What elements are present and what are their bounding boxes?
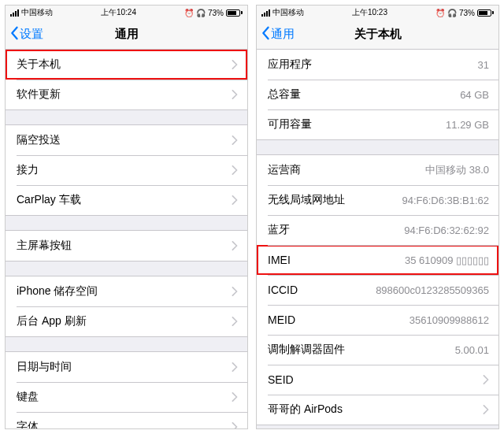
content-general[interactable]: 关于本机软件更新隔空投送接力CarPlay 车载主屏幕按钮iPhone 储存空间…	[6, 50, 247, 428]
chevron-right-icon	[232, 422, 238, 428]
row-value: 94:F6:D6:3B:B1:62	[402, 195, 489, 206]
back-label: 设置	[20, 27, 43, 42]
row-label: 应用程序	[268, 57, 312, 72]
headphone-icon: 🎧	[196, 9, 206, 17]
row-right: 5.00.01	[455, 344, 489, 356]
row-value: 898600c0123285509365	[376, 284, 489, 296]
row-item: 总容量64 GB	[257, 80, 498, 109]
row-item: 可用容量11.29 GB	[257, 109, 498, 139]
content-about[interactable]: 应用程序31总容量64 GB可用容量11.29 GB运营商中国移动 38.0无线…	[257, 50, 498, 428]
row-item[interactable]: 软件更新	[6, 80, 247, 109]
phone-about: 中国移动 上午10:23 ⏰ 🎧 73% 通用 关于本机 应用程序31总容量64…	[256, 5, 499, 429]
row-label: 接力	[17, 163, 39, 177]
row-item: 应用程序31	[257, 50, 498, 80]
row-label: 可用容量	[268, 117, 312, 132]
row-seid[interactable]: SEID	[257, 365, 498, 395]
status-bar: 中国移动 上午10:23 ⏰ 🎧 73%	[257, 6, 498, 20]
chevron-right-icon	[232, 317, 238, 326]
row-right	[227, 241, 238, 250]
settings-group: 运营商中国移动 38.0无线局域网地址94:F6:D6:3B:B1:62蓝牙94…	[257, 154, 498, 425]
settings-group: 关于本机软件更新	[6, 50, 247, 110]
row-right: 11.29 GB	[446, 119, 489, 131]
row-right	[227, 165, 238, 175]
battery-percent: 73%	[459, 9, 475, 17]
nav-bar: 通用 关于本机	[257, 20, 498, 50]
row-right	[227, 135, 238, 145]
row-item[interactable]: 字体	[6, 412, 247, 428]
chevron-right-icon	[232, 392, 238, 402]
row-item[interactable]: 键盘	[6, 382, 247, 412]
row-value: 35 610909 ▯▯▯▯▯▯	[405, 254, 489, 266]
row-iphone[interactable]: iPhone 储存空间	[6, 276, 247, 306]
chevron-right-icon	[483, 375, 489, 384]
row-label: 无线局域网地址	[268, 193, 345, 207]
headphone-icon: 🎧	[447, 9, 457, 17]
row-item[interactable]: 日期与时间	[6, 352, 247, 382]
settings-group: 主屏幕按钮	[6, 230, 247, 262]
row-item[interactable]: 关于本机	[6, 50, 247, 80]
chevron-right-icon	[232, 60, 238, 69]
row-value: 94:F6:D6:32:62:92	[404, 224, 489, 236]
row-right	[227, 90, 238, 99]
row-item[interactable]: 主屏幕按钮	[6, 231, 247, 261]
row-label: CarPlay 车载	[17, 193, 81, 207]
row-item: 无线局域网地址94:F6:D6:3B:B1:62	[257, 185, 498, 215]
row-label: 哥哥的 AirPods	[268, 402, 343, 417]
row-label: ICCID	[268, 284, 298, 296]
row-label: iPhone 储存空间	[17, 284, 98, 299]
row-right	[478, 375, 489, 384]
row-right: 中国移动 38.0	[425, 163, 489, 177]
carrier-label: 中国移动	[272, 7, 304, 18]
row-value: 64 GB	[460, 89, 489, 101]
chevron-right-icon	[232, 241, 238, 250]
row-label: 键盘	[17, 390, 39, 404]
row-right	[478, 405, 489, 414]
back-button[interactable]: 设置	[6, 26, 43, 43]
row-carplay[interactable]: CarPlay 车载	[6, 185, 247, 215]
battery-icon	[477, 9, 494, 17]
row-item: 蓝牙94:F6:D6:32:62:92	[257, 215, 498, 245]
status-right: ⏰ 🎧 73%	[435, 9, 494, 17]
row-iccid: ICCID898600c0123285509365	[257, 275, 498, 305]
settings-group: 隔空投送接力CarPlay 车载	[6, 124, 247, 216]
carrier-label: 中国移动	[21, 7, 53, 18]
row-app[interactable]: 后台 App 刷新	[6, 306, 247, 336]
row-right: 64 GB	[460, 89, 489, 101]
row-label: 总容量	[268, 87, 301, 102]
row-label: 调制解调器固件	[268, 343, 345, 357]
settings-group: 日期与时间键盘字体语言与地区	[6, 351, 247, 428]
row-label: 日期与时间	[17, 360, 72, 374]
phone-general: 中国移动 上午10:24 ⏰ 🎧 73% 设置 通用 关于本机软件更新隔空投送接…	[5, 5, 248, 429]
row-right	[227, 362, 238, 372]
row-item: 调制解调器固件5.00.01	[257, 335, 498, 365]
status-time: 上午10:24	[101, 7, 136, 18]
row-imei: IMEI35 610909 ▯▯▯▯▯▯	[257, 245, 498, 275]
row-label: 字体	[17, 420, 39, 428]
row-label: MEID	[268, 313, 295, 326]
row-item: 运营商中国移动 38.0	[257, 155, 498, 185]
row-label: IMEI	[268, 254, 291, 266]
row-item[interactable]: 隔空投送	[6, 125, 247, 155]
settings-group: 应用程序31总容量64 GB可用容量11.29 GB	[257, 50, 498, 140]
chevron-right-icon	[232, 90, 238, 99]
row-value: 35610909988612	[410, 314, 489, 326]
back-label: 通用	[271, 27, 295, 42]
row-right: 31	[478, 59, 489, 71]
chevron-right-icon	[232, 362, 238, 372]
back-button[interactable]: 通用	[257, 26, 295, 43]
chevron-left-icon	[9, 26, 20, 43]
status-left: 中国移动	[10, 7, 53, 18]
status-right: ⏰ 🎧 73%	[184, 9, 243, 17]
chevron-right-icon	[232, 287, 238, 296]
row-airpods[interactable]: 哥哥的 AirPods	[257, 395, 498, 425]
row-right	[227, 392, 238, 402]
row-value: 11.29 GB	[446, 119, 489, 131]
row-right	[227, 60, 238, 69]
chevron-left-icon	[260, 26, 271, 43]
battery-icon	[226, 9, 243, 17]
battery-percent: 73%	[208, 9, 224, 17]
row-item[interactable]: 接力	[6, 155, 247, 185]
row-right	[227, 317, 238, 326]
row-right: 35 610909 ▯▯▯▯▯▯	[405, 254, 489, 266]
alarm-icon: ⏰	[435, 9, 445, 17]
